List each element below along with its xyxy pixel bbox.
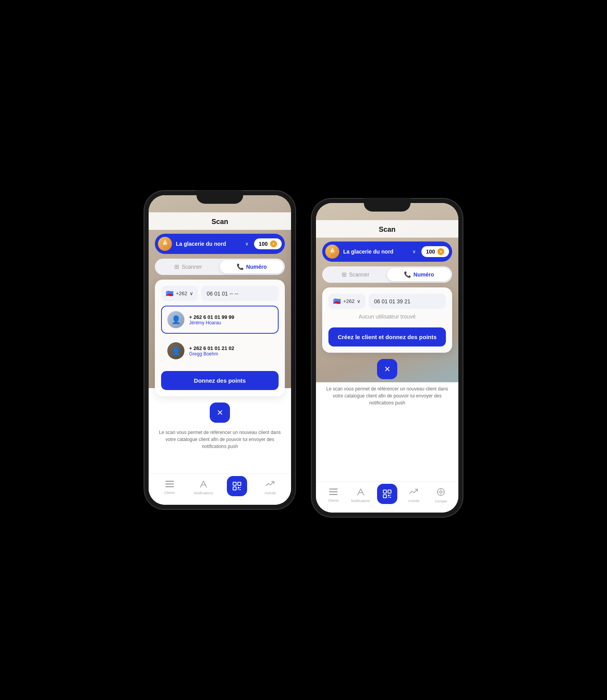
badge-count-1: 100 xyxy=(259,241,268,247)
contact-phone-jeremy: + 262 6 01 01 99 99 xyxy=(189,314,272,320)
close-icon-1: ✕ xyxy=(217,408,223,417)
nav-activite-label-2: Activité xyxy=(408,499,419,503)
nav-clients-label-2: Clients xyxy=(328,499,339,502)
svg-rect-9 xyxy=(238,489,239,490)
svg-rect-12 xyxy=(329,491,338,492)
donnez-points-button-1[interactable]: Donnez des points xyxy=(161,371,279,390)
close-button-2[interactable]: ✕ xyxy=(377,359,397,379)
tab-numero-2[interactable]: 📞 Numéro xyxy=(387,268,451,281)
clients-icon-1 xyxy=(165,481,174,490)
activite-icon-2 xyxy=(409,488,418,498)
phone-icon-2: 📞 xyxy=(404,271,411,278)
phone-icon-1: 📞 xyxy=(237,263,244,270)
close-button-1[interactable]: ✕ xyxy=(210,402,230,423)
store-badge-1: 100 ● xyxy=(254,238,282,249)
svg-rect-1 xyxy=(165,483,174,485)
tab-switcher-2: ⊞ Scanner 📞 Numéro xyxy=(322,266,452,283)
nav-compte-2[interactable]: Compte xyxy=(430,488,452,503)
no-user-text-2: Aucun utilisateur trouvé xyxy=(328,313,446,320)
bottom-nav-1: Clients Notifications xyxy=(149,474,291,505)
svg-rect-6 xyxy=(233,487,236,490)
notifications-icon-2 xyxy=(357,488,365,498)
country-select-1[interactable]: 🇷🇪 +262 ∨ xyxy=(161,286,198,301)
qr-icon-1: ⊞ xyxy=(174,263,179,270)
country-select-2[interactable]: 🇷🇪 +262 ∨ xyxy=(328,294,365,309)
store-header-1[interactable]: 🍦 La glacerie du nord ∨ 100 ● xyxy=(155,234,285,254)
nav-clients-1[interactable]: Clients xyxy=(159,481,180,495)
clients-icon-2 xyxy=(329,488,338,497)
svg-rect-15 xyxy=(383,490,386,493)
number-value-1: 06 01 01 -- -- xyxy=(207,290,238,297)
screen-title-1: Scan xyxy=(149,212,291,230)
tab-scanner-label-2: Scanner xyxy=(349,271,369,278)
svg-rect-18 xyxy=(388,495,389,496)
main-card-2: 🇷🇪 +262 ∨ 06 01 01 39 21 Aucun utilisate… xyxy=(322,287,452,353)
tab-scanner-2[interactable]: ⊞ Scanner xyxy=(324,268,387,281)
description-1: Le scan vous permet de référencer un nou… xyxy=(149,426,291,455)
svg-rect-20 xyxy=(388,497,389,498)
svg-rect-21 xyxy=(389,497,391,498)
store-badge-2: 100 ● xyxy=(421,246,449,257)
flag-icon-1: 🇷🇪 xyxy=(166,290,174,297)
nav-compte-label-2: Compte xyxy=(435,499,447,503)
compte-icon-2 xyxy=(437,488,445,498)
main-card-1: 🇷🇪 +262 ∨ 06 01 01 -- -- 👤 + 262 6 01 01… xyxy=(155,280,285,396)
phone-1-content: Scan 🍦 La glacerie du nord ∨ 100 ● ⊞ Sca… xyxy=(149,195,291,505)
nav-scan-button-2[interactable] xyxy=(377,484,397,504)
qr-icon-2: ⊞ xyxy=(342,271,347,278)
nav-activite-1[interactable]: Activité xyxy=(260,480,281,495)
phone-2: Scan 🍦 La glacerie du nord ∨ 100 ● ⊞ Sca… xyxy=(311,198,463,517)
tab-numero-label-1: Numéro xyxy=(246,264,267,270)
description-2: Le scan vous permet de référencer un nou… xyxy=(316,382,458,411)
badge-coin-2: ● xyxy=(437,248,444,255)
contact-item-gregg[interactable]: 👤 + 262 6 01 01 21 02 Gregg Boehm xyxy=(161,337,279,365)
notch-1 xyxy=(196,191,243,204)
chevron-down-icon-2: ∨ xyxy=(412,249,416,254)
svg-rect-7 xyxy=(238,487,239,488)
country-code-2: +262 xyxy=(343,298,354,304)
phone-1: Scan 🍦 La glacerie du nord ∨ 100 ● ⊞ Sca… xyxy=(144,191,296,509)
contact-name-gregg: Gregg Boehm xyxy=(189,351,272,357)
nav-activite-2[interactable]: Activité xyxy=(403,488,425,503)
store-avatar-2: 🍦 xyxy=(325,245,339,259)
contact-item-jeremy[interactable]: 👤 + 262 6 01 01 99 99 Jérémy Hoarau xyxy=(161,306,279,334)
nav-notifications-label-2: Notifications xyxy=(351,499,370,503)
country-chevron-1: ∨ xyxy=(189,290,193,296)
svg-point-23 xyxy=(440,491,442,493)
svg-rect-8 xyxy=(240,487,241,488)
badge-count-2: 100 xyxy=(426,248,435,255)
nav-notifications-2[interactable]: Notifications xyxy=(350,488,371,503)
phone-2-screen: Scan 🍦 La glacerie du nord ∨ 100 ● ⊞ Sca… xyxy=(316,203,458,513)
store-name-1: La glacerie du nord xyxy=(176,241,241,247)
create-client-button-2[interactable]: Créez le client et donnez des points xyxy=(328,327,446,346)
tab-numero-1[interactable]: 📞 Numéro xyxy=(220,260,283,273)
svg-rect-5 xyxy=(238,482,241,485)
country-chevron-2: ∨ xyxy=(357,298,361,304)
tab-numero-label-2: Numéro xyxy=(414,271,434,278)
svg-rect-17 xyxy=(383,495,386,498)
phone-input-row-2: 🇷🇪 +262 ∨ 06 01 01 39 21 xyxy=(328,294,446,309)
contact-info-gregg: + 262 6 01 01 21 02 Gregg Boehm xyxy=(189,345,272,357)
nav-clients-2[interactable]: Clients xyxy=(323,488,344,502)
phone-1-screen: Scan 🍦 La glacerie du nord ∨ 100 ● ⊞ Sca… xyxy=(149,195,291,505)
svg-rect-19 xyxy=(390,495,391,495)
activite-icon-1 xyxy=(266,480,274,490)
contact-name-jeremy: Jérémy Hoarau xyxy=(189,320,272,326)
nav-scan-button-1[interactable] xyxy=(227,476,247,496)
svg-rect-10 xyxy=(239,489,241,490)
tab-scanner-1[interactable]: ⊞ Scanner xyxy=(156,260,220,273)
contact-avatar-gregg: 👤 xyxy=(167,342,184,359)
bottom-nav-2: Clients Notifications xyxy=(316,481,458,513)
svg-rect-13 xyxy=(329,494,338,495)
number-input-2[interactable]: 06 01 01 39 21 xyxy=(368,294,446,309)
store-header-2[interactable]: 🍦 La glacerie du nord ∨ 100 ● xyxy=(322,242,452,262)
number-input-1[interactable]: 06 01 01 -- -- xyxy=(201,286,279,301)
svg-rect-2 xyxy=(165,486,174,487)
tab-switcher-1: ⊞ Scanner 📞 Numéro xyxy=(155,259,285,275)
number-value-2: 06 01 01 39 21 xyxy=(374,298,410,304)
nav-notifications-1[interactable]: Notifications xyxy=(193,480,214,495)
contact-avatar-jeremy: 👤 xyxy=(167,311,184,328)
svg-rect-0 xyxy=(165,481,174,482)
contact-info-jeremy: + 262 6 01 01 99 99 Jérémy Hoarau xyxy=(189,314,272,326)
nav-activite-label-1: Activité xyxy=(265,491,276,495)
